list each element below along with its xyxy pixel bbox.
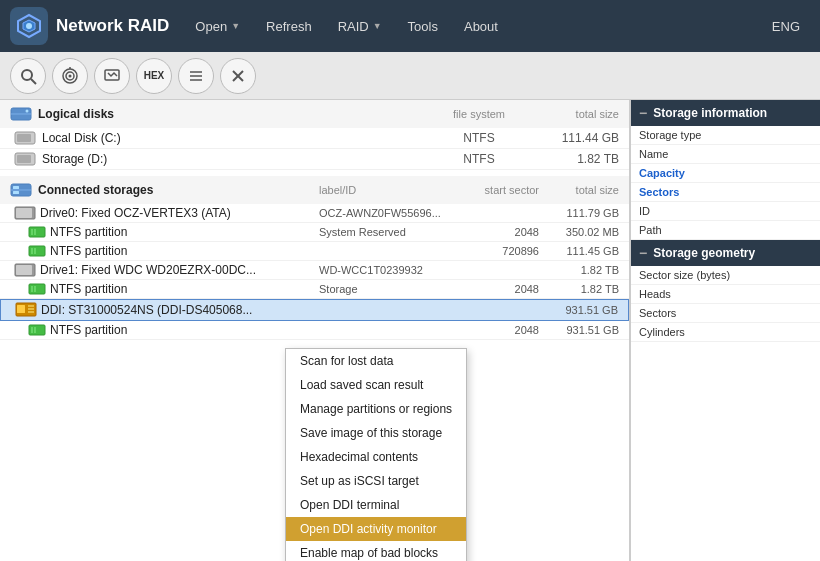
storage-geometry-collapse[interactable]: − xyxy=(639,245,647,261)
info-path[interactable]: Path xyxy=(631,221,820,240)
svg-rect-36 xyxy=(29,284,45,294)
ddi-part1-row[interactable]: NTFS partition 2048 931.51 GB xyxy=(0,321,629,340)
search-button[interactable] xyxy=(10,58,46,94)
col-fs-label: file system xyxy=(419,108,539,120)
scan-button[interactable] xyxy=(94,58,130,94)
info-id[interactable]: ID xyxy=(631,202,820,221)
toolbar: HEX xyxy=(0,52,820,100)
info-capacity[interactable]: Capacity xyxy=(631,164,820,183)
drive0-size: 111.79 GB xyxy=(539,207,619,219)
svg-rect-24 xyxy=(13,186,19,189)
info-storage-type[interactable]: Storage type xyxy=(631,126,820,145)
ctx-iscsi[interactable]: Set up as iSCSI target xyxy=(286,469,466,493)
storage-geometry-title: Storage geometry xyxy=(653,246,755,260)
svg-rect-31 xyxy=(29,246,45,256)
logical-disks-title: Logical disks xyxy=(38,107,419,121)
local-disk-c-name: Local Disk (C:) xyxy=(42,131,419,145)
storage-info-title: Storage information xyxy=(653,106,767,120)
drive1-part1-label: Storage xyxy=(319,283,449,295)
menu-open[interactable]: Open ▼ xyxy=(183,13,252,40)
drive1-row[interactable]: Drive1: Fixed WDC WD20EZRX-00DC... WD-WC… xyxy=(0,261,629,280)
ctx-ddi-activity[interactable]: Open DDI activity monitor xyxy=(286,517,466,541)
storage-geometry-header: − Storage geometry xyxy=(631,240,820,266)
drive1-part1-size: 1.82 TB xyxy=(539,283,619,295)
app-title: Network RAID xyxy=(56,16,169,36)
app-icon xyxy=(10,7,48,45)
drive1-part1-name: NTFS partition xyxy=(50,282,319,296)
drive0-label: OCZ-AWNZ0FW55696... xyxy=(319,207,449,219)
ctx-ddi-terminal[interactable]: Open DDI terminal xyxy=(286,493,466,517)
svg-rect-44 xyxy=(29,325,45,335)
hex-button[interactable]: HEX xyxy=(136,58,172,94)
raid-arrow-icon: ▼ xyxy=(373,21,382,31)
svg-rect-25 xyxy=(13,191,19,194)
logical-disks-header: Logical disks file system total size xyxy=(0,100,629,128)
ddi-name: DDI: ST31000524NS (DDI-DS405068... xyxy=(41,303,318,317)
lang-selector[interactable]: ENG xyxy=(762,13,810,40)
drive1-size: 1.82 TB xyxy=(539,264,619,276)
geom-cylinders[interactable]: Cylinders xyxy=(631,323,820,342)
drive0-part1-size: 350.02 MB xyxy=(539,226,619,238)
svg-rect-28 xyxy=(29,227,45,237)
ctx-save[interactable]: Save image of this storage xyxy=(286,421,466,445)
svg-rect-27 xyxy=(16,208,32,218)
geom-heads[interactable]: Heads xyxy=(631,285,820,304)
storage-info-header: − Storage information xyxy=(631,100,820,126)
drive0-part2-row[interactable]: NTFS partition 720896 111.45 GB xyxy=(0,242,629,261)
menu-raid[interactable]: RAID ▼ xyxy=(326,13,394,40)
geom-sectors[interactable]: Sectors xyxy=(631,304,820,323)
drive0-part1-name: NTFS partition xyxy=(50,225,319,239)
list-button[interactable] xyxy=(178,58,214,94)
svg-rect-21 xyxy=(17,155,31,163)
drive1-label: WD-WCC1T0239932 xyxy=(319,264,449,276)
svg-point-7 xyxy=(69,74,72,77)
drive1-part1-start: 2048 xyxy=(449,283,539,295)
ctx-manage[interactable]: Manage partitions or regions xyxy=(286,397,466,421)
storage-d-size: 1.82 TB xyxy=(539,152,619,166)
ddi-part1-name: NTFS partition xyxy=(50,323,319,337)
ctx-load[interactable]: Load saved scan result xyxy=(286,373,466,397)
svg-rect-19 xyxy=(17,134,31,142)
geom-sector-size[interactable]: Sector size (bytes) xyxy=(631,266,820,285)
main-area: Logical disks file system total size Loc… xyxy=(0,100,820,561)
svg-rect-40 xyxy=(17,305,25,313)
menu-tools[interactable]: Tools xyxy=(396,13,450,40)
topnav-menu: Open ▼ Refresh RAID ▼ Tools About xyxy=(183,13,757,40)
menu-about[interactable]: About xyxy=(452,13,510,40)
ddi-row[interactable]: DDI: ST31000524NS (DDI-DS405068... 931.5… xyxy=(0,299,629,321)
drive1-part1-row[interactable]: NTFS partition Storage 2048 1.82 TB xyxy=(0,280,629,299)
drive0-part2-size: 111.45 GB xyxy=(539,245,619,257)
drive0-row[interactable]: Drive0: Fixed OCZ-VERTEX3 (ATA) OCZ-AWNZ… xyxy=(0,204,629,223)
info-sectors[interactable]: Sectors xyxy=(631,183,820,202)
storage-info-collapse[interactable]: − xyxy=(639,105,647,121)
col-size-label2: total size xyxy=(539,184,619,196)
local-disk-c[interactable]: Local Disk (C:) NTFS 111.44 GB xyxy=(0,128,629,149)
col-size-label: total size xyxy=(539,108,619,120)
ddi-part1-start: 2048 xyxy=(449,324,539,336)
info-name[interactable]: Name xyxy=(631,145,820,164)
close-button[interactable] xyxy=(220,58,256,94)
svg-line-4 xyxy=(31,79,36,84)
drive0-part1-row[interactable]: NTFS partition System Reserved 2048 350.… xyxy=(0,223,629,242)
topnav: Network RAID Open ▼ Refresh RAID ▼ Tools… xyxy=(0,0,820,52)
svg-point-3 xyxy=(22,70,32,80)
left-panel: Logical disks file system total size Loc… xyxy=(0,100,630,561)
context-menu: Scan for lost data Load saved scan resul… xyxy=(285,348,467,561)
ddi-size: 931.51 GB xyxy=(538,304,618,316)
svg-rect-35 xyxy=(16,265,32,275)
ctx-bad-blocks[interactable]: Enable map of bad blocks xyxy=(286,541,466,561)
analyze-button[interactable] xyxy=(52,58,88,94)
ctx-scan[interactable]: Scan for lost data xyxy=(286,349,466,373)
col-start-label: start sector xyxy=(449,184,539,196)
ctx-hex[interactable]: Hexadecimal contents xyxy=(286,445,466,469)
storage-d-fs: NTFS xyxy=(419,152,539,166)
drive0-part1-label: System Reserved xyxy=(319,226,449,238)
right-panel: − Storage information Storage type Name … xyxy=(630,100,820,561)
storage-d-name: Storage (D:) xyxy=(42,152,419,166)
ddi-part1-size: 931.51 GB xyxy=(539,324,619,336)
storage-d[interactable]: Storage (D:) NTFS 1.82 TB xyxy=(0,149,629,170)
drive0-name: Drive0: Fixed OCZ-VERTEX3 (ATA) xyxy=(40,206,319,220)
menu-refresh[interactable]: Refresh xyxy=(254,13,324,40)
col-label-label: label/ID xyxy=(319,184,449,196)
local-disk-c-fs: NTFS xyxy=(419,131,539,145)
